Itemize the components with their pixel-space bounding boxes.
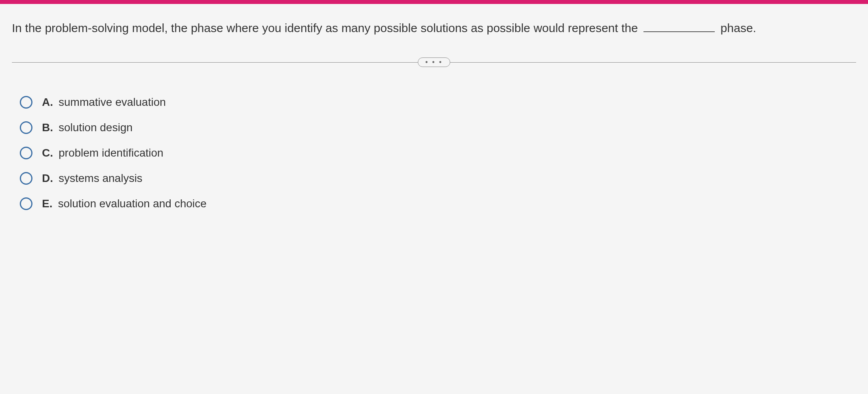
radio-icon [20, 147, 32, 159]
option-letter: C. [42, 147, 53, 159]
radio-icon [20, 197, 32, 210]
option-text: problem identification [59, 147, 164, 159]
option-letter: D. [42, 172, 53, 184]
option-label: B.solution design [42, 121, 133, 134]
option-label: D.systems analysis [42, 172, 143, 185]
expand-button[interactable]: • • • [418, 57, 450, 67]
question-text: In the problem-solving model, the phase … [12, 20, 856, 36]
radio-icon [20, 121, 32, 134]
option-a[interactable]: A.summative evaluation [20, 96, 856, 109]
option-b[interactable]: B.solution design [20, 121, 856, 134]
option-e[interactable]: E.solution evaluation and choice [20, 197, 856, 210]
options-list: A.summative evaluation B.solution design… [12, 96, 856, 210]
radio-icon [20, 96, 32, 109]
fill-in-blank [643, 31, 715, 32]
option-label: E.solution evaluation and choice [42, 197, 207, 210]
question-panel: In the problem-solving model, the phase … [0, 4, 868, 394]
option-text: solution evaluation and choice [58, 197, 206, 210]
option-text: systems analysis [59, 172, 143, 184]
option-text: solution design [59, 121, 133, 134]
option-label: C.problem identification [42, 147, 164, 159]
top-accent-bar [0, 0, 868, 4]
option-d[interactable]: D.systems analysis [20, 172, 856, 185]
radio-icon [20, 172, 32, 185]
divider-row: • • • [12, 56, 856, 68]
option-letter: A. [42, 96, 53, 108]
question-text-after: phase. [721, 21, 756, 34]
option-text: summative evaluation [59, 96, 166, 108]
question-text-before: In the problem-solving model, the phase … [12, 21, 638, 34]
option-c[interactable]: C.problem identification [20, 147, 856, 159]
option-label: A.summative evaluation [42, 96, 166, 109]
option-letter: E. [42, 197, 52, 210]
option-letter: B. [42, 121, 53, 134]
